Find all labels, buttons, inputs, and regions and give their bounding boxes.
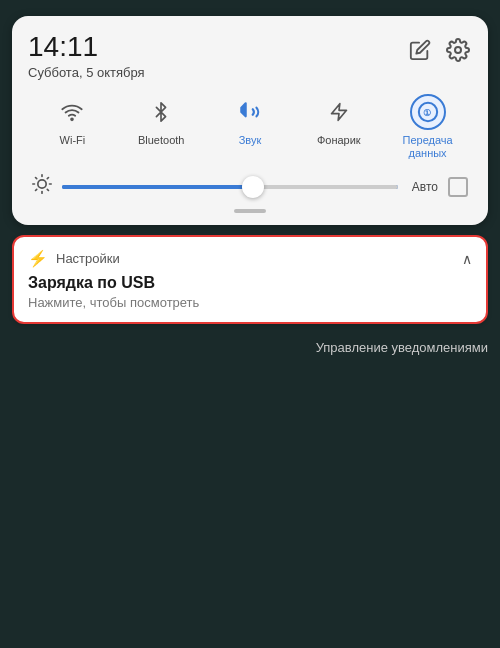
brightness-row: Авто xyxy=(28,174,472,199)
brightness-thumb[interactable] xyxy=(242,176,264,198)
status-icons xyxy=(406,36,472,64)
sound-icon xyxy=(232,94,268,130)
notification-card[interactable]: ⚡ Настройки ∧ Зарядка по USB Нажмите, чт… xyxy=(12,235,488,324)
wifi-icon xyxy=(54,94,90,130)
flashlight-label: Фонарик xyxy=(317,134,361,147)
brightness-icon xyxy=(32,174,52,199)
toggle-data-transfer[interactable]: ① Передача данных xyxy=(398,94,458,160)
time-date: 14:11 Суббота, 5 октября xyxy=(28,32,145,80)
wifi-label: Wi-Fi xyxy=(60,134,86,147)
usb-icon: ⚡ xyxy=(28,249,48,268)
manage-notifications-button[interactable]: Управление уведомлениями xyxy=(316,340,488,355)
toggle-wifi[interactable]: Wi-Fi xyxy=(42,94,102,160)
toggle-flashlight[interactable]: Фонарик xyxy=(309,94,369,160)
settings-button[interactable] xyxy=(444,36,472,64)
svg-point-6 xyxy=(38,180,46,188)
flashlight-icon xyxy=(321,94,357,130)
bluetooth-icon xyxy=(143,94,179,130)
notification-header: ⚡ Настройки ∧ xyxy=(28,249,472,268)
brightness-auto-label: Авто xyxy=(412,180,438,194)
status-bar: 14:11 Суббота, 5 октября xyxy=(28,32,472,80)
svg-point-0 xyxy=(455,47,461,53)
notification-title: Зарядка по USB xyxy=(28,274,472,292)
panel-handle xyxy=(234,209,266,213)
svg-point-1 xyxy=(71,118,73,120)
data-transfer-icon: ① xyxy=(410,94,446,130)
notification-panel: 14:11 Суббота, 5 октября xyxy=(12,16,488,225)
quick-toggles: Wi-Fi Bluetooth Звук xyxy=(28,94,472,160)
toggle-bluetooth[interactable]: Bluetooth xyxy=(131,94,191,160)
brightness-auto-checkbox[interactable] xyxy=(448,177,468,197)
toggle-sound[interactable]: Звук xyxy=(220,94,280,160)
calendar-date: Суббота, 5 октября xyxy=(28,65,145,80)
svg-line-14 xyxy=(47,178,48,179)
bluetooth-label: Bluetooth xyxy=(138,134,184,147)
data-transfer-label: Передача данных xyxy=(399,134,457,160)
svg-line-9 xyxy=(36,178,37,179)
svg-text:①: ① xyxy=(423,107,431,117)
svg-marker-3 xyxy=(331,103,346,120)
notification-chevron-icon: ∧ xyxy=(462,251,472,267)
clock-time: 14:11 xyxy=(28,32,145,63)
svg-line-13 xyxy=(36,189,37,190)
notification-subtitle: Нажмите, чтобы посмотреть xyxy=(28,295,472,310)
brightness-slider[interactable] xyxy=(62,185,398,189)
svg-line-10 xyxy=(47,189,48,190)
manage-notifications-area: Управление уведомлениями xyxy=(12,334,488,360)
sound-label: Звук xyxy=(239,134,262,147)
edit-button[interactable] xyxy=(406,36,434,64)
notification-app-name: Настройки xyxy=(56,251,454,266)
